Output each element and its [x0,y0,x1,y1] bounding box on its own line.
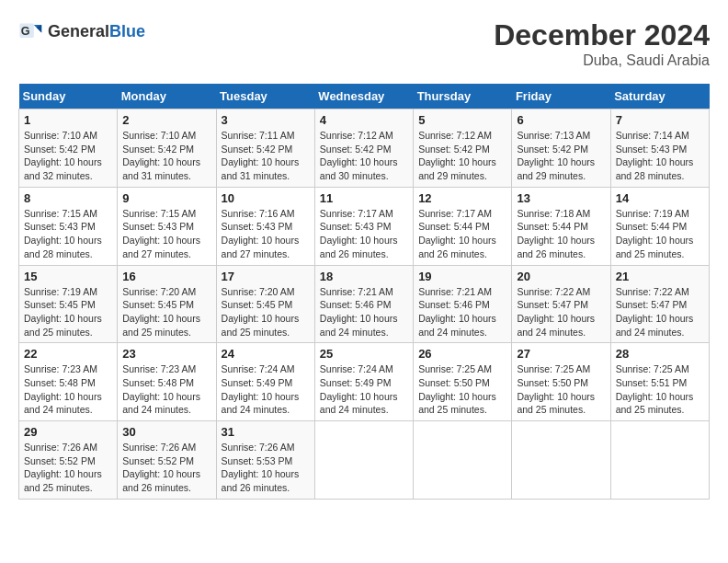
day-number: 11 [320,191,408,205]
sunrise-label: Sunrise: 7:10 AM [24,130,97,141]
day-info: Sunrise: 7:23 AM Sunset: 5:48 PM Dayligh… [122,362,210,417]
day-info: Sunrise: 7:25 AM Sunset: 5:50 PM Dayligh… [418,362,506,417]
day-number: 17 [222,270,310,283]
day-info: Sunrise: 7:26 AM Sunset: 5:53 PM Dayligh… [222,441,310,495]
day-info: Sunrise: 7:25 AM Sunset: 5:50 PM Dayligh… [517,362,605,417]
day-number: 6 [517,113,605,127]
sunrise-label: Sunrise: 7:14 AM [616,130,689,141]
sunrise-label: Sunrise: 7:12 AM [320,130,393,141]
svg-text:G: G [21,25,30,38]
sunset-label: Sunset: 5:45 PM [122,299,194,310]
sunrise-label: Sunrise: 7:15 AM [122,208,196,219]
daylight-label: Daylight: 10 hours and 32 minutes. [24,156,102,181]
day-info: Sunrise: 7:23 AM Sunset: 5:48 PM Dayligh… [24,362,112,417]
days-of-week-row: Sunday Monday Tuesday Wednesday Thursday… [19,84,710,109]
sunrise-label: Sunrise: 7:23 AM [24,363,97,374]
sunset-label: Sunset: 5:44 PM [517,221,588,232]
day-info: Sunrise: 7:17 AM Sunset: 5:43 PM Dayligh… [320,207,408,261]
day-info: Sunrise: 7:24 AM Sunset: 5:49 PM Dayligh… [320,362,408,417]
day-number: 5 [418,113,506,127]
calendar-cell: 25 Sunrise: 7:24 AM Sunset: 5:49 PM Dayl… [314,343,413,421]
daylight-label: Daylight: 10 hours and 25 minutes. [24,468,102,493]
sunset-label: Sunset: 5:42 PM [24,144,96,155]
sunset-label: Sunset: 5:42 PM [222,144,293,155]
daylight-label: Daylight: 10 hours and 26 minutes. [320,235,398,259]
sunrise-label: Sunrise: 7:25 AM [616,363,689,374]
day-number: 19 [418,270,506,283]
day-info: Sunrise: 7:25 AM Sunset: 5:51 PM Dayligh… [616,362,704,417]
title-block: December 2024 Duba, Saudi Arabia [494,18,710,69]
sunset-label: Sunset: 5:42 PM [320,144,392,155]
sunset-label: Sunset: 5:47 PM [517,299,588,310]
daylight-label: Daylight: 10 hours and 29 minutes. [418,156,496,181]
day-number: 20 [517,270,605,283]
calendar-cell: 26 Sunrise: 7:25 AM Sunset: 5:50 PM Dayl… [414,343,512,421]
day-info: Sunrise: 7:18 AM Sunset: 5:44 PM Dayligh… [517,207,605,261]
day-info: Sunrise: 7:26 AM Sunset: 5:52 PM Dayligh… [122,441,210,495]
calendar-cell [314,421,413,500]
calendar-cell: 18 Sunrise: 7:21 AM Sunset: 5:46 PM Dayl… [314,265,413,343]
daylight-label: Daylight: 10 hours and 29 minutes. [517,156,595,181]
header-tuesday: Tuesday [216,84,314,109]
sunrise-label: Sunrise: 7:17 AM [418,208,492,219]
location-title: Duba, Saudi Arabia [494,52,710,69]
logo-blue: Blue [109,22,145,40]
daylight-label: Daylight: 10 hours and 26 minutes. [122,468,200,493]
sunset-label: Sunset: 5:50 PM [418,377,490,388]
day-info: Sunrise: 7:15 AM Sunset: 5:43 PM Dayligh… [122,207,210,261]
daylight-label: Daylight: 10 hours and 25 minutes. [616,235,694,259]
sunrise-label: Sunrise: 7:17 AM [320,208,393,219]
sunrise-label: Sunrise: 7:10 AM [122,130,196,141]
daylight-label: Daylight: 10 hours and 25 minutes. [418,391,496,416]
calendar-week-row: 29 Sunrise: 7:26 AM Sunset: 5:52 PM Dayl… [19,421,710,500]
day-number: 22 [24,347,112,361]
header-friday: Friday [512,84,610,109]
day-number: 9 [122,191,210,205]
sunrise-label: Sunrise: 7:21 AM [320,286,393,297]
sunset-label: Sunset: 5:48 PM [122,377,194,388]
daylight-label: Daylight: 10 hours and 31 minutes. [222,156,300,181]
day-number: 16 [122,270,210,283]
calendar-cell: 8 Sunrise: 7:15 AM Sunset: 5:43 PM Dayli… [19,187,118,265]
day-number: 31 [222,425,310,439]
calendar-body: 1 Sunrise: 7:10 AM Sunset: 5:42 PM Dayli… [19,109,710,500]
sunrise-label: Sunrise: 7:15 AM [24,208,97,219]
day-info: Sunrise: 7:20 AM Sunset: 5:45 PM Dayligh… [122,285,210,339]
day-info: Sunrise: 7:22 AM Sunset: 5:47 PM Dayligh… [517,285,605,339]
calendar-header: Sunday Monday Tuesday Wednesday Thursday… [19,84,710,109]
day-number: 2 [122,113,210,127]
calendar-week-row: 15 Sunrise: 7:19 AM Sunset: 5:45 PM Dayl… [19,265,710,343]
sunrise-label: Sunrise: 7:22 AM [616,286,689,297]
calendar-cell: 1 Sunrise: 7:10 AM Sunset: 5:42 PM Dayli… [19,109,118,188]
sunrise-label: Sunrise: 7:22 AM [517,286,590,297]
sunset-label: Sunset: 5:49 PM [320,377,392,388]
header-wednesday: Wednesday [314,84,413,109]
sunrise-label: Sunrise: 7:21 AM [418,286,492,297]
day-info: Sunrise: 7:11 AM Sunset: 5:42 PM Dayligh… [222,129,310,183]
day-number: 1 [24,113,112,127]
sunset-label: Sunset: 5:42 PM [122,144,194,155]
page-header: G GeneralBlue December 2024 Duba, Saudi … [18,18,710,69]
daylight-label: Daylight: 10 hours and 25 minutes. [517,391,595,416]
day-info: Sunrise: 7:10 AM Sunset: 5:42 PM Dayligh… [24,129,112,183]
sunset-label: Sunset: 5:46 PM [418,299,490,310]
logo-general: General [48,22,109,40]
daylight-label: Daylight: 10 hours and 25 minutes. [222,313,300,338]
daylight-label: Daylight: 10 hours and 24 minutes. [320,391,398,416]
sunrise-label: Sunrise: 7:18 AM [517,208,590,219]
day-number: 21 [616,270,704,283]
sunset-label: Sunset: 5:45 PM [24,299,96,310]
day-number: 27 [517,347,605,361]
sunrise-label: Sunrise: 7:20 AM [122,286,196,297]
sunset-label: Sunset: 5:44 PM [616,221,688,232]
calendar-cell: 14 Sunrise: 7:19 AM Sunset: 5:44 PM Dayl… [610,187,709,265]
calendar-cell: 5 Sunrise: 7:12 AM Sunset: 5:42 PM Dayli… [414,109,512,188]
day-info: Sunrise: 7:12 AM Sunset: 5:42 PM Dayligh… [320,129,408,183]
daylight-label: Daylight: 10 hours and 28 minutes. [24,235,102,259]
day-number: 14 [616,191,704,205]
daylight-label: Daylight: 10 hours and 31 minutes. [122,156,200,181]
logo-icon: G [18,18,44,44]
calendar-cell: 27 Sunrise: 7:25 AM Sunset: 5:50 PM Dayl… [512,343,610,421]
sunrise-label: Sunrise: 7:26 AM [122,442,196,453]
sunrise-label: Sunrise: 7:25 AM [517,363,590,374]
